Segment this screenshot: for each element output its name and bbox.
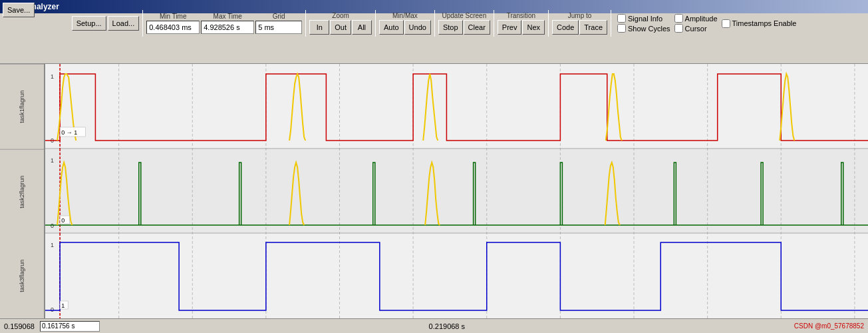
min-time-group: Min Time (146, 13, 200, 34)
separator-2 (305, 10, 306, 37)
svg-text:1: 1 (51, 73, 54, 80)
separator-6 (548, 10, 549, 37)
signal-info-option[interactable]: Signal Info (617, 14, 670, 23)
jump-to-label: Jump to (552, 12, 607, 19)
watermark: CSDN @m0_57678852 (794, 322, 864, 330)
toolbar-row-1: Setup... Load... Min Time Max Time Grid … (72, 15, 797, 32)
options-group-2: Amplitude Cursor (674, 14, 718, 33)
update-screen-label: Update Screen (438, 12, 490, 19)
show-cycles-option[interactable]: Show Cycles (617, 24, 670, 33)
zoom-out-button[interactable]: Out (330, 20, 351, 35)
timestamps-enable-checkbox[interactable] (722, 19, 730, 28)
trace-button[interactable]: Trace (579, 20, 607, 35)
update-screen-group: Update Screen Stop Clear (438, 12, 490, 35)
svg-text:0: 0 (61, 217, 65, 224)
show-cycles-checkbox[interactable] (617, 24, 626, 33)
svg-text:0: 0 (51, 222, 54, 229)
undo-button[interactable]: Undo (404, 20, 431, 35)
zoom-in-button[interactable]: In (309, 20, 329, 35)
options-group-3: Timestamps Enable (722, 19, 797, 28)
cursor-checkbox[interactable] (674, 24, 683, 33)
signal-label-task1: task1flagrun (0, 64, 44, 149)
status-bar: 0.159068 0.219068 s CSDN @m0_57678852 (0, 318, 868, 333)
timestamps-enable-label: Timestamps Enable (732, 19, 797, 27)
minmax-group: Min/Max Auto Undo (379, 12, 431, 35)
svg-text:0: 0 (51, 306, 54, 313)
amplitude-option[interactable]: Amplitude (674, 14, 718, 23)
separator-3 (375, 10, 376, 37)
signal-info-label: Signal Info (628, 15, 662, 23)
status-time-center: 0.219068 s (105, 322, 789, 330)
svg-rect-2 (45, 149, 868, 233)
separator-1 (142, 10, 143, 37)
min-time-label: Min Time (146, 13, 200, 20)
amplitude-label: Amplitude (685, 15, 718, 23)
transition-label: Transition (498, 12, 545, 19)
toolbar: Setup... Load... Min Time Max Time Grid … (0, 13, 868, 64)
status-time-left: 0.159068 (4, 322, 35, 330)
max-time-input[interactable] (201, 21, 254, 34)
jump-to-group: Jump to Code Trace (552, 12, 607, 35)
zoom-label: Zoom (309, 12, 372, 19)
load-button[interactable]: Load... (108, 16, 140, 31)
svg-text:1: 1 (51, 242, 54, 248)
max-time-label: Max Time (201, 13, 254, 20)
signal-label-task3: task3flagrun (0, 234, 44, 318)
save-button[interactable]: Save... (3, 3, 35, 17)
show-cycles-label: Show Cycles (628, 25, 670, 33)
cursor-option[interactable]: Cursor (674, 24, 718, 33)
signal-info-checkbox[interactable] (617, 14, 626, 23)
next-button[interactable]: Nex (522, 20, 545, 35)
zoom-all-button[interactable]: All (352, 20, 372, 35)
transition-group: Transition Prev Nex (498, 12, 545, 35)
signal-label-task2: task2flagrun (0, 149, 44, 234)
grid-input[interactable] (255, 21, 302, 34)
svg-text:1: 1 (61, 302, 65, 309)
waveform-canvas[interactable]: 1 0 1 0 1 0 (45, 64, 868, 318)
auto-button[interactable]: Auto (379, 20, 404, 35)
separator-4 (434, 10, 435, 37)
main-area: task1flagrun task2flagrun task3flagrun (0, 64, 868, 318)
waveform-svg: 1 0 1 0 1 0 (45, 64, 868, 318)
code-button[interactable]: Code (552, 20, 579, 35)
cursor-label: Cursor (685, 25, 707, 33)
setup-button[interactable]: Setup... (72, 16, 106, 31)
signal-label-column: task1flagrun task2flagrun task3flagrun (0, 64, 45, 318)
clear-button[interactable]: Clear (464, 20, 490, 35)
separator-5 (494, 10, 494, 37)
grid-label: Grid (255, 13, 302, 20)
svg-rect-1 (45, 64, 868, 149)
svg-text:1: 1 (51, 157, 54, 164)
toolbar-row-2: Save... (3, 1, 35, 19)
stop-button[interactable]: Stop (438, 20, 463, 35)
amplitude-checkbox[interactable] (674, 14, 683, 23)
status-time-input[interactable] (40, 321, 100, 332)
min-time-input[interactable] (146, 21, 200, 34)
zoom-group: Zoom In Out All (309, 12, 372, 35)
grid-group: Grid (255, 13, 302, 34)
minmax-label: Min/Max (379, 12, 431, 19)
separator-7 (611, 10, 611, 37)
svg-rect-3 (45, 233, 868, 318)
prev-button[interactable]: Prev (498, 20, 522, 35)
timestamps-enable-option[interactable]: Timestamps Enable (722, 19, 797, 28)
svg-text:0 → 1: 0 → 1 (61, 129, 77, 136)
options-group: Signal Info Show Cycles (617, 14, 670, 33)
max-time-group: Max Time (201, 13, 254, 34)
